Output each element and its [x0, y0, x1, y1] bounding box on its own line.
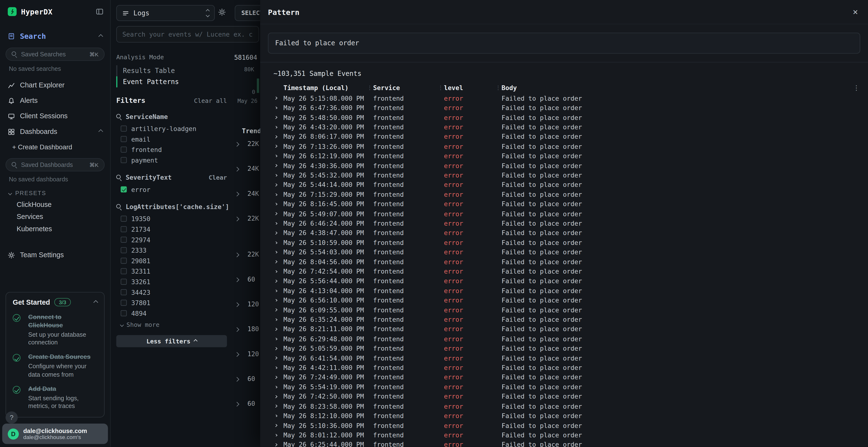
analysis-mode-option[interactable]: Results Table: [116, 65, 227, 76]
event-row[interactable]: May 26 6:35:24.000 PM frontend error Fai…: [267, 315, 863, 324]
event-row[interactable]: May 26 6:41:54.000 PM frontend error Fai…: [267, 353, 863, 363]
row-expand-chevron[interactable]: [267, 174, 283, 176]
nav-team-settings[interactable]: Team Settings: [0, 247, 110, 263]
column-separator-icon[interactable]: ⋮: [437, 84, 444, 91]
column-service[interactable]: Service: [373, 84, 437, 92]
checkbox[interactable]: [121, 126, 127, 132]
row-expand-chevron[interactable]: [267, 155, 283, 157]
get-started-item[interactable]: Add Data Start sending logs, metrics, or…: [13, 385, 97, 410]
nav-search[interactable]: Search: [0, 28, 110, 44]
row-expand-chevron[interactable]: [267, 203, 283, 205]
row-expand-chevron[interactable]: [267, 299, 283, 302]
row-expand-chevron[interactable]: [267, 289, 283, 292]
nav-dashboards[interactable]: Dashboards: [0, 124, 110, 139]
clear-all-link[interactable]: Clear all: [194, 97, 227, 105]
checkbox[interactable]: [121, 186, 127, 193]
event-row[interactable]: May 26 6:25:44.000 PM frontend error Fai…: [267, 440, 863, 447]
less-filters-button[interactable]: Less filters: [116, 335, 227, 347]
row-expand-chevron[interactable]: [267, 183, 283, 186]
close-icon[interactable]: ×: [853, 7, 858, 16]
checkbox[interactable]: [121, 136, 127, 142]
row-expand-chevron[interactable]: [267, 338, 283, 340]
column-level[interactable]: level: [444, 84, 495, 92]
row-expand-chevron[interactable]: [267, 261, 283, 263]
preset-item[interactable]: Services: [0, 211, 110, 223]
nav-client-sessions[interactable]: Client Sessions: [0, 108, 110, 124]
get-started-item[interactable]: Connect to ClickHouse Set up your databa…: [13, 313, 97, 346]
row-expand-chevron[interactable]: [267, 367, 283, 369]
row-expand-chevron[interactable]: [267, 222, 283, 225]
event-row[interactable]: May 26 8:16:45.000 PM frontend error Fai…: [267, 199, 863, 209]
checkbox[interactable]: [121, 258, 127, 264]
event-row[interactable]: May 26 4:43:20.000 PM frontend error Fai…: [267, 122, 863, 132]
row-expand-chevron[interactable]: [267, 107, 283, 109]
row-expand-chevron[interactable]: [267, 328, 283, 331]
event-row[interactable]: May 26 5:48:50.000 PM frontend error Fai…: [267, 113, 863, 122]
create-dashboard-button[interactable]: + Create Dashboard: [0, 139, 110, 155]
event-row[interactable]: May 26 7:24:49.000 PM frontend error Fai…: [267, 373, 863, 382]
event-row[interactable]: May 26 8:21:11.000 PM frontend error Fai…: [267, 324, 863, 334]
event-row[interactable]: May 26 6:47:36.000 PM frontend error Fai…: [267, 103, 863, 113]
checkbox[interactable]: [121, 268, 127, 274]
event-row[interactable]: May 26 8:23:58.000 PM frontend error Fai…: [267, 402, 863, 411]
filter-option[interactable]: 21734: [116, 224, 227, 235]
event-row[interactable]: May 26 8:01:12.000 PM frontend error Fai…: [267, 431, 863, 440]
help-button[interactable]: ?: [5, 411, 18, 424]
sidebar-collapse-icon[interactable]: [96, 8, 103, 15]
row-expand-chevron[interactable]: [267, 116, 283, 119]
checkbox[interactable]: [121, 157, 127, 163]
event-row[interactable]: May 26 5:44:14.000 PM frontend error Fai…: [267, 180, 863, 190]
row-expand-chevron[interactable]: [267, 415, 283, 417]
row-expand-chevron[interactable]: [267, 97, 283, 100]
checkbox[interactable]: [121, 146, 127, 152]
event-row[interactable]: May 26 7:42:50.000 PM frontend error Fai…: [267, 392, 863, 402]
event-row[interactable]: May 26 4:30:36.000 PM frontend error Fai…: [267, 161, 863, 171]
row-expand-chevron[interactable]: [267, 396, 283, 398]
event-row[interactable]: May 26 5:10:36.000 PM frontend error Fai…: [267, 421, 863, 431]
row-expand-chevron[interactable]: [267, 434, 283, 437]
filter-option[interactable]: email: [116, 134, 227, 144]
event-row[interactable]: May 26 8:12:10.000 PM frontend error Fai…: [267, 411, 863, 421]
row-expand-chevron[interactable]: [267, 145, 283, 148]
show-more-link[interactable]: Show more: [121, 321, 227, 329]
filter-option[interactable]: artillery-loadgen: [116, 123, 227, 134]
event-row[interactable]: May 26 6:09:55.000 PM frontend error Fai…: [267, 305, 863, 315]
event-row[interactable]: May 26 8:06:17.000 PM frontend error Fai…: [267, 132, 863, 142]
row-expand-chevron[interactable]: [267, 405, 283, 408]
event-row[interactable]: May 26 7:13:26.000 PM frontend error Fai…: [267, 142, 863, 151]
saved-searches-input[interactable]: Saved Searches ⌘K: [5, 47, 105, 61]
get-started-item[interactable]: Create Data Sources Configure where your…: [13, 353, 97, 378]
filter-option[interactable]: 37801: [116, 298, 227, 308]
filter-option[interactable]: 34423: [116, 287, 227, 298]
preset-item[interactable]: Kubernetes: [0, 223, 110, 235]
column-timestamp[interactable]: Timestamp (Local): [283, 84, 367, 92]
filter-option[interactable]: payment: [116, 155, 227, 166]
event-row[interactable]: May 26 4:38:47.000 PM frontend error Fai…: [267, 228, 863, 238]
row-expand-chevron[interactable]: [267, 386, 283, 388]
event-row[interactable]: May 26 5:54:19.000 PM frontend error Fai…: [267, 382, 863, 392]
checkbox[interactable]: [121, 247, 127, 253]
filter-option[interactable]: 33261: [116, 276, 227, 287]
row-expand-chevron[interactable]: [267, 347, 283, 350]
nav-chart-explorer[interactable]: Chart Explorer: [0, 77, 110, 93]
column-separator-icon[interactable]: ⋮: [367, 84, 373, 91]
event-row[interactable]: May 26 6:56:10.000 PM frontend error Fai…: [267, 296, 863, 305]
nav-alerts[interactable]: Alerts: [0, 93, 110, 108]
event-row[interactable]: May 26 4:42:11.000 PM frontend error Fai…: [267, 363, 863, 373]
filter-option[interactable]: error: [116, 184, 227, 195]
presets-toggle[interactable]: PRESETS: [0, 185, 110, 199]
event-row[interactable]: May 26 6:46:24.000 PM frontend error Fai…: [267, 219, 863, 228]
checkbox[interactable]: [121, 279, 127, 285]
filter-option[interactable]: frontend: [116, 144, 227, 155]
event-row[interactable]: May 26 5:10:59.000 PM frontend error Fai…: [267, 238, 863, 247]
column-separator-icon[interactable]: ⋮: [495, 84, 502, 91]
row-expand-chevron[interactable]: [267, 357, 283, 359]
row-expand-chevron[interactable]: [267, 444, 283, 446]
filter-option[interactable]: 2333: [116, 245, 227, 255]
preset-item[interactable]: ClickHouse: [0, 199, 110, 211]
checkbox[interactable]: [121, 300, 127, 306]
event-row[interactable]: May 26 5:45:32.000 PM frontend error Fai…: [267, 171, 863, 180]
row-expand-chevron[interactable]: [267, 241, 283, 244]
row-expand-chevron[interactable]: [267, 165, 283, 167]
checkbox[interactable]: [121, 310, 127, 316]
